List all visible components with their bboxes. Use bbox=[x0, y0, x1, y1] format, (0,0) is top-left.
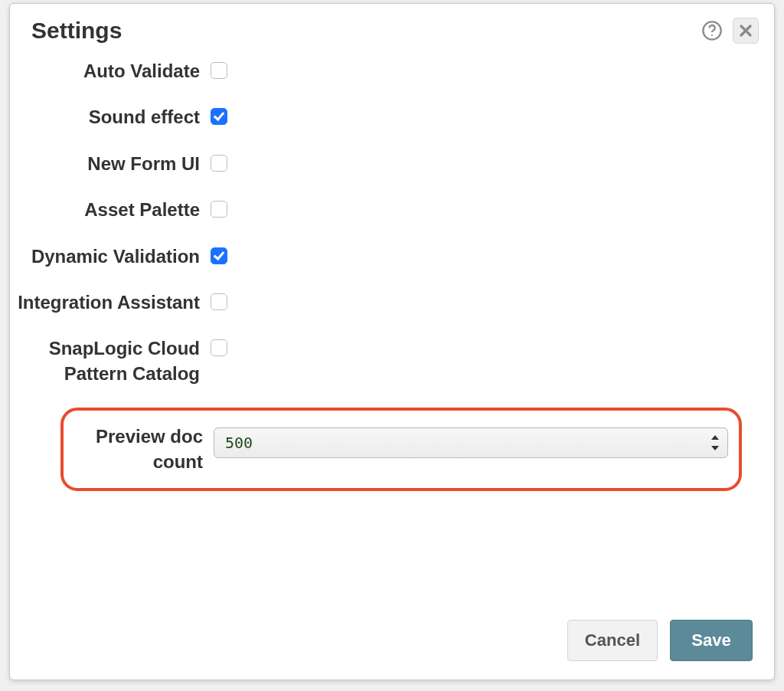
row-new-form-ui: New Form UI bbox=[18, 152, 746, 176]
preview-doc-count-value: 500 bbox=[214, 427, 728, 458]
close-button[interactable] bbox=[733, 18, 759, 44]
checkbox-snaplogic-catalog[interactable] bbox=[211, 339, 227, 356]
label-asset-palette: Asset Palette bbox=[18, 198, 211, 222]
svg-point-1 bbox=[711, 34, 713, 36]
cancel-button[interactable]: Cancel bbox=[567, 620, 658, 661]
dialog-header: Settings bbox=[10, 4, 774, 51]
label-dynamic-validation: Dynamic Validation bbox=[18, 244, 211, 269]
row-asset-palette: Asset Palette bbox=[18, 198, 746, 222]
checkbox-auto-validate[interactable] bbox=[211, 62, 227, 79]
header-actions bbox=[701, 18, 759, 44]
dialog-title: Settings bbox=[31, 18, 122, 44]
scroll-spacer bbox=[18, 491, 746, 598]
row-snaplogic-catalog: SnapLogic Cloud Pattern Catalog bbox=[18, 336, 746, 386]
row-dynamic-validation: Dynamic Validation bbox=[18, 244, 746, 269]
preview-doc-count-select[interactable]: 500 bbox=[214, 427, 728, 458]
settings-dialog: Settings Auto Validate bbox=[9, 3, 775, 680]
row-auto-validate: Auto Validate bbox=[18, 59, 746, 84]
checkbox-sound-effect[interactable] bbox=[211, 108, 227, 125]
checkbox-asset-palette[interactable] bbox=[211, 201, 227, 218]
label-preview-doc-count: Preview doc count bbox=[64, 424, 214, 474]
label-integration-assistant: Integration Assistant bbox=[18, 290, 211, 315]
settings-scroll[interactable]: Auto Validate Sound effect New Form UI A… bbox=[18, 59, 754, 598]
row-sound-effect: Sound effect bbox=[18, 105, 746, 129]
checkbox-integration-assistant[interactable] bbox=[211, 293, 227, 310]
label-new-form-ui: New Form UI bbox=[18, 152, 211, 176]
dialog-body: Auto Validate Sound effect New Form UI A… bbox=[10, 51, 774, 606]
checkbox-dynamic-validation[interactable] bbox=[211, 247, 227, 264]
save-button[interactable]: Save bbox=[670, 620, 753, 661]
label-snaplogic-catalog: SnapLogic Cloud Pattern Catalog bbox=[18, 336, 211, 386]
help-icon[interactable] bbox=[701, 19, 724, 42]
label-sound-effect: Sound effect bbox=[18, 105, 211, 129]
label-auto-validate: Auto Validate bbox=[18, 59, 211, 84]
checkbox-new-form-ui[interactable] bbox=[211, 155, 227, 172]
dialog-footer: Cancel Save bbox=[10, 606, 774, 680]
row-integration-assistant: Integration Assistant bbox=[18, 290, 746, 315]
row-preview-doc-count: Preview doc count 500 bbox=[60, 408, 742, 491]
